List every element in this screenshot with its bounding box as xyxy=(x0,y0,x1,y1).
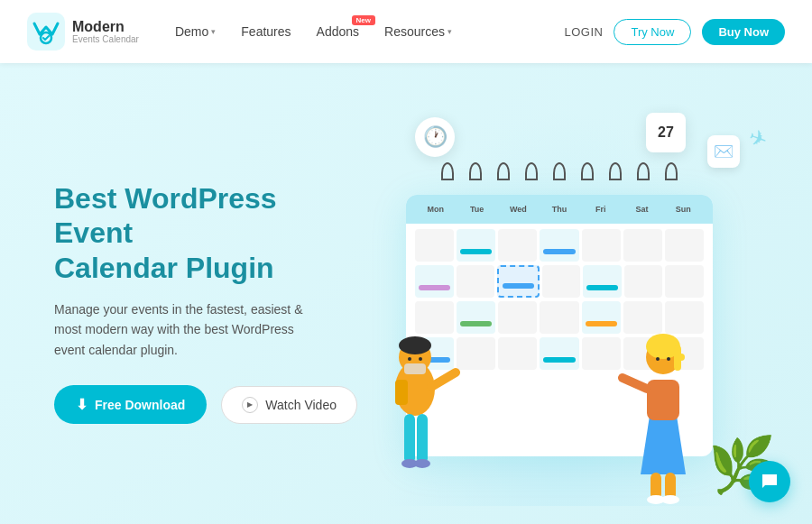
cal-day-tue: Tue xyxy=(458,205,496,214)
chat-icon xyxy=(759,471,780,492)
navbar: Modern Events Calendar Demo ▾ Features A… xyxy=(0,0,812,63)
event-bar xyxy=(586,321,617,326)
cal-cell xyxy=(498,229,537,262)
cal-cell xyxy=(624,265,663,298)
character-right xyxy=(618,299,708,506)
svg-rect-14 xyxy=(647,380,679,420)
float-paper-plane-icon: ✈ xyxy=(745,124,770,153)
svg-point-22 xyxy=(661,495,679,504)
cal-day-wed: Wed xyxy=(499,205,537,214)
svg-point-4 xyxy=(399,336,431,354)
calendar-spirals xyxy=(433,162,686,180)
cal-cell xyxy=(415,229,454,262)
spiral xyxy=(665,162,678,180)
event-bar xyxy=(460,321,492,326)
spiral xyxy=(441,162,454,180)
cal-cell xyxy=(415,265,454,298)
character-left xyxy=(370,308,460,506)
cal-cell xyxy=(540,337,578,370)
cal-day-mon: Mon xyxy=(417,205,455,214)
svg-rect-5 xyxy=(404,414,415,464)
cal-day-sat: Sat xyxy=(623,205,661,214)
buy-now-button[interactable]: Buy Now xyxy=(702,19,785,45)
spiral xyxy=(609,162,622,180)
svg-rect-10 xyxy=(395,380,408,405)
cal-cell xyxy=(582,337,621,370)
chevron-down-icon: ▾ xyxy=(211,27,216,36)
svg-rect-6 xyxy=(417,414,428,464)
nav-features[interactable]: Features xyxy=(241,24,291,39)
event-bar xyxy=(586,285,618,290)
chevron-down-icon: ▾ xyxy=(448,27,452,36)
cal-cell xyxy=(457,301,495,334)
hero-title: Best WordPress Event Calendar Plugin xyxy=(54,181,361,285)
nav-resources[interactable]: Resources ▾ xyxy=(384,24,452,39)
svg-point-23 xyxy=(656,357,660,361)
free-download-button[interactable]: ⬇ Free Download xyxy=(54,385,207,424)
cal-cell xyxy=(623,229,662,262)
spiral xyxy=(581,162,594,180)
event-bar xyxy=(460,249,492,254)
brand-name: Modern xyxy=(72,19,139,35)
spiral xyxy=(469,162,482,180)
nav-demo[interactable]: Demo ▾ xyxy=(175,24,216,39)
svg-line-9 xyxy=(431,372,456,387)
cal-cell xyxy=(540,301,578,334)
cal-cell xyxy=(582,301,621,334)
cal-cell xyxy=(457,229,495,262)
svg-point-11 xyxy=(408,357,411,361)
cal-cell xyxy=(540,229,578,262)
event-bar xyxy=(419,285,450,290)
cal-cell-selected xyxy=(497,265,540,298)
cal-day-sun: Sun xyxy=(664,205,702,214)
cal-row-1 xyxy=(415,229,704,262)
logo[interactable]: Modern Events Calendar xyxy=(27,13,139,51)
login-button[interactable]: LOGIN xyxy=(565,25,604,39)
svg-point-25 xyxy=(678,354,685,361)
spiral xyxy=(525,162,538,180)
cal-cell xyxy=(665,229,704,262)
svg-point-24 xyxy=(667,357,670,361)
float-date-widget: 27 xyxy=(646,113,686,152)
try-now-button[interactable]: Try Now xyxy=(614,19,691,45)
spiral xyxy=(497,162,510,180)
nav-actions: LOGIN Try Now Buy Now xyxy=(565,19,786,45)
float-email-icon: ✉️ xyxy=(707,135,740,168)
event-bar xyxy=(503,283,534,289)
cal-cell xyxy=(542,265,581,298)
svg-rect-13 xyxy=(404,363,426,374)
hero-section: Best WordPress Event Calendar Plugin Man… xyxy=(0,63,812,524)
nav-addons[interactable]: Addons New xyxy=(317,24,359,39)
hero-description: Manage your events in the fastest, easie… xyxy=(54,299,325,360)
float-clock-icon: 🕐 xyxy=(415,117,455,157)
new-badge: New xyxy=(352,15,375,25)
watch-video-button[interactable]: ▶ Watch Video xyxy=(221,386,357,424)
hero-illustration: 🕐 27 ✉️ ✈ xyxy=(361,99,758,506)
cal-cell xyxy=(582,229,621,262)
float-date-number: 27 xyxy=(658,125,674,140)
nav-links: Demo ▾ Features Addons New Resources ▾ xyxy=(175,24,565,39)
svg-point-8 xyxy=(414,459,430,468)
cal-row-2 xyxy=(415,265,704,298)
event-bar xyxy=(543,357,575,363)
cal-cell xyxy=(498,337,537,370)
svg-line-18 xyxy=(623,378,647,389)
calendar-header: Mon Tue Wed Thu Fri Sat Sun xyxy=(406,195,713,224)
cal-cell xyxy=(457,265,495,298)
play-icon: ▶ xyxy=(242,397,258,413)
svg-point-12 xyxy=(419,357,422,361)
spiral xyxy=(637,162,650,180)
cal-cell xyxy=(665,265,704,298)
cal-day-thu: Thu xyxy=(540,205,578,214)
spiral xyxy=(553,162,566,180)
cal-cell xyxy=(583,265,622,298)
event-bar xyxy=(543,249,575,254)
cal-cell xyxy=(457,337,495,370)
brand-sub: Events Calendar xyxy=(72,34,139,44)
chat-button[interactable] xyxy=(749,461,790,502)
hero-left: Best WordPress Event Calendar Plugin Man… xyxy=(54,181,361,424)
cal-day-fri: Fri xyxy=(582,205,620,214)
download-icon: ⬇ xyxy=(76,396,88,413)
hero-buttons: ⬇ Free Download ▶ Watch Video xyxy=(54,385,361,424)
cal-cell xyxy=(498,301,537,334)
